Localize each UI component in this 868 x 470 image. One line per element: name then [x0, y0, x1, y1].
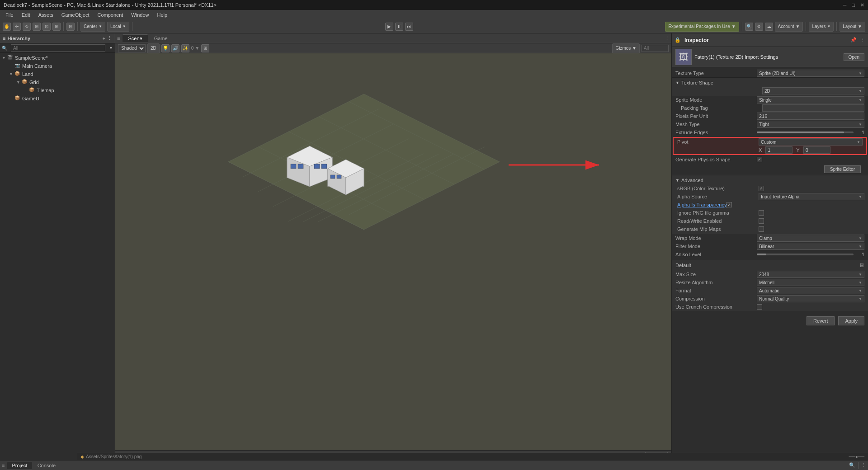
generate-mip-checkbox[interactable]	[759, 226, 764, 232]
alpha-source-dropdown[interactable]: Input Texture Alpha	[759, 193, 864, 200]
collab-icon[interactable]: ⚙	[755, 23, 763, 31]
alpha-transparency-label[interactable]: Alpha Is Transparency	[677, 202, 726, 207]
packing-tag-input[interactable]	[762, 104, 864, 112]
max-size-value: 2048	[759, 272, 769, 277]
revert-button[interactable]: Revert	[807, 316, 835, 325]
bottom-options[interactable]: ⋮	[861, 462, 866, 468]
apply-button[interactable]: Apply	[838, 316, 864, 325]
pause-button[interactable]: ⏸	[395, 23, 403, 31]
hierarchy-filter[interactable]: ▼	[109, 46, 113, 50]
menu-file[interactable]: File	[2, 11, 17, 19]
tab-console[interactable]: Console	[33, 462, 60, 469]
texture-shape-header[interactable]: ▼ Texture Shape	[672, 79, 868, 87]
pixels-per-unit-input[interactable]	[757, 113, 864, 120]
shading-dropdown[interactable]: Shaded	[118, 44, 146, 52]
audio-icon[interactable]: 🔊	[171, 44, 179, 52]
menubar: File Edit Assets GameObject Component Wi…	[0, 10, 868, 20]
rect-tool[interactable]: ⊡	[42, 23, 51, 31]
hierarchy-add-icon[interactable]: +	[103, 36, 105, 41]
inspector-title: Inspector	[684, 37, 849, 43]
2d-button[interactable]: 2D	[147, 43, 160, 53]
menu-component[interactable]: Component	[94, 11, 127, 19]
format-dropdown[interactable]: Automatic	[757, 287, 864, 294]
move-tool[interactable]: ✛	[13, 23, 21, 31]
generate-physics-checkbox[interactable]: ✓	[757, 157, 762, 162]
tree-item-maincamera[interactable]: 📷 Main Camera	[0, 62, 115, 70]
local-button[interactable]: Local ▼	[107, 22, 129, 32]
packages-button[interactable]: Experimental Packages In Use ▼	[665, 22, 739, 32]
center-button[interactable]: Center ▼	[80, 22, 105, 32]
max-size-dropdown[interactable]: 2048	[757, 271, 864, 278]
menu-edit[interactable]: Edit	[18, 11, 34, 19]
wrap-mode-row: Wrap Mode Clamp	[672, 234, 868, 242]
inspector-menu-icon[interactable]: ⋮	[860, 37, 865, 43]
inspector-pin-icon[interactable]: 📌	[850, 37, 857, 43]
compression-dropdown[interactable]: Normal Quality	[757, 295, 864, 302]
use-crunch-checkbox[interactable]	[757, 304, 762, 310]
light-icon[interactable]: 💡	[161, 44, 170, 52]
pivot-dropdown[interactable]: Custom	[759, 138, 863, 146]
generate-physics-row: Generate Physics Shape ✓	[672, 155, 868, 164]
tree-item-tilemap[interactable]: 📦 Tilemap	[0, 86, 115, 94]
wrap-mode-dropdown[interactable]: Clamp	[757, 235, 864, 242]
menu-gameobject[interactable]: GameObject	[58, 11, 93, 19]
close-btn[interactable]: ✕	[860, 2, 864, 8]
tree-item-land[interactable]: ▼ 📦 Land	[0, 70, 115, 78]
play-button[interactable]: ▶	[385, 23, 393, 31]
advanced-section-header[interactable]: ▼ Advanced	[672, 176, 868, 184]
pivot-y-input[interactable]	[803, 146, 830, 154]
srgb-checkbox[interactable]: ✓	[759, 186, 764, 191]
resize-algorithm-dropdown[interactable]: Mitchell	[757, 279, 864, 286]
grid-icon[interactable]: ⊞	[201, 44, 209, 52]
texture-preview-icon: 🖼	[675, 49, 692, 65]
scene-options-icon[interactable]: ⋮	[665, 35, 670, 41]
tree-item-gameui[interactable]: 📦 GameUI	[0, 94, 115, 103]
texture-shape-dropdown[interactable]: 2D	[762, 87, 864, 94]
tab-project[interactable]: Project	[7, 462, 32, 469]
extrude-slider[interactable]	[757, 132, 854, 133]
layers-button[interactable]: Layers ▼	[809, 22, 834, 32]
hierarchy-menu-icon[interactable]: ⋮	[107, 35, 112, 41]
ignore-png-checkbox[interactable]	[759, 210, 764, 216]
search-icon[interactable]: 🔍	[745, 23, 753, 31]
hand-tool[interactable]: ✋	[3, 23, 11, 31]
account-button[interactable]: Account ▼	[775, 22, 803, 32]
cloud-icon[interactable]: ☁	[765, 23, 773, 31]
tab-game[interactable]: Game	[149, 35, 173, 42]
sprite-mode-dropdown[interactable]: Single	[757, 96, 864, 103]
extra-tool[interactable]: ⊟	[66, 23, 75, 31]
aniso-level-label: Aniso Level	[675, 252, 757, 257]
read-write-checkbox[interactable]	[759, 218, 764, 224]
layout-button[interactable]: Layout ▼	[840, 22, 865, 32]
advanced-label: Advanced	[681, 178, 703, 183]
transform-tool[interactable]: ⊞	[52, 23, 61, 31]
menu-help[interactable]: Help	[153, 11, 171, 19]
bottom-tabs: ≡ Project Console 🔍 ⋮	[0, 461, 868, 470]
minimize-btn[interactable]: ─	[843, 2, 847, 8]
hierarchy-search-input[interactable]	[11, 44, 105, 52]
scale-tool[interactable]: ⊞	[33, 23, 41, 31]
sprite-editor-button[interactable]: Sprite Editor	[824, 165, 861, 173]
tab-scene[interactable]: Scene	[123, 34, 147, 42]
alpha-transparency-checkbox[interactable]: ✓	[726, 202, 732, 207]
texture-type-dropdown[interactable]: Sprite (2D and UI)	[757, 70, 864, 77]
mesh-type-dropdown[interactable]: Tight	[757, 121, 864, 128]
menu-window[interactable]: Window	[127, 11, 152, 19]
aniso-slider[interactable]	[757, 254, 854, 255]
gizmos-button[interactable]: Gizmos ▼	[612, 43, 640, 53]
fx-icon[interactable]: ✨	[181, 44, 189, 52]
filter-mode-dropdown[interactable]: Bilinear	[757, 243, 864, 250]
menu-assets[interactable]: Assets	[35, 11, 57, 19]
scene-viewport[interactable]	[115, 53, 671, 450]
tree-label: Grid	[29, 80, 39, 85]
rotate-tool[interactable]: ↻	[23, 23, 31, 31]
open-button[interactable]: Open	[844, 53, 864, 61]
tree-item-samplescene[interactable]: ▼ 🎬 SampleScene*	[0, 54, 115, 62]
tree-item-grid[interactable]: ▼ 📦 Grid	[0, 78, 115, 86]
maximize-btn[interactable]: □	[852, 2, 855, 8]
pivot-x-input[interactable]	[765, 146, 793, 154]
advanced-section: ▼ Advanced sRGB (Color Texture) ✓ Alpha …	[672, 175, 868, 234]
scene-search[interactable]	[642, 45, 669, 52]
step-button[interactable]: ⏭	[405, 23, 413, 31]
bottom-search[interactable]: 🔍	[849, 462, 855, 468]
